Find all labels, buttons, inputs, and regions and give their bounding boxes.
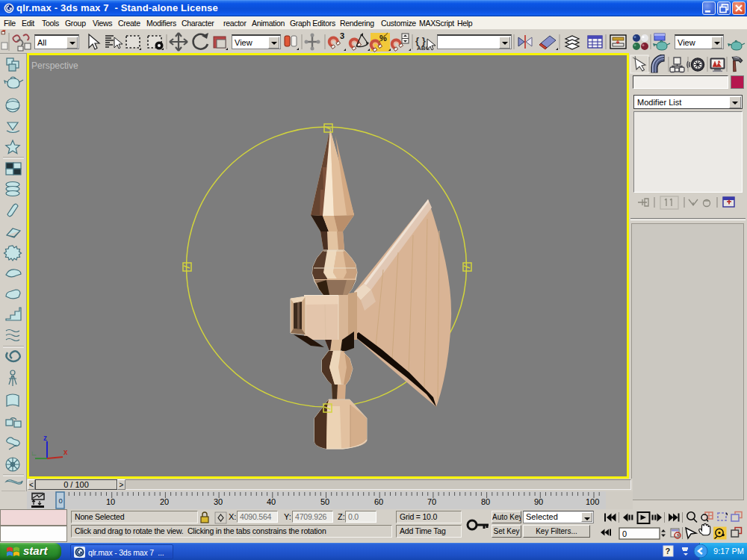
svg-text:?: ? bbox=[666, 547, 671, 556]
svg-text:3: 3 bbox=[340, 31, 344, 40]
svg-text:0: 0 bbox=[59, 497, 63, 505]
svg-text:x: x bbox=[63, 448, 68, 456]
svg-text:∟: ∟ bbox=[31, 449, 37, 457]
svg-text:0: 0 bbox=[622, 529, 627, 538]
svg-text:z: z bbox=[43, 434, 47, 442]
